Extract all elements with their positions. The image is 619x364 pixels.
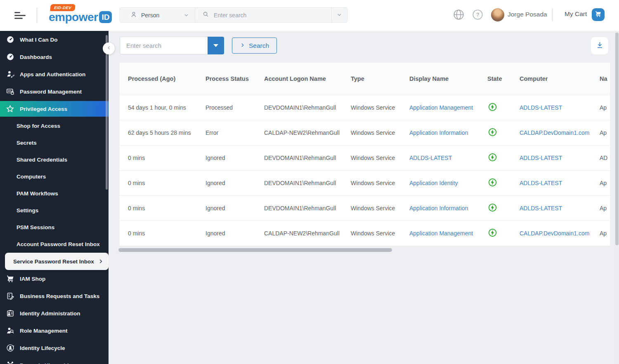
person-icon — [130, 11, 137, 19]
cell-process-status: Ignored — [197, 205, 256, 211]
search-options-dropdown[interactable] — [331, 8, 347, 22]
sidebar-item-dashboards[interactable]: Dashboards — [0, 48, 109, 66]
sidebar-item-label: Dashboards — [20, 54, 52, 60]
sidebar-item-label: PAM Workflows — [17, 190, 58, 197]
sidebar-item-pam-workflows[interactable]: PAM Workflows — [0, 185, 109, 202]
display-name-link[interactable]: Application Information — [409, 129, 468, 136]
user-avatar[interactable] — [491, 8, 504, 21]
cell-state — [479, 128, 511, 138]
sidebar-item-label: Identity Lifecycle — [20, 345, 65, 351]
cell-type: Windows Service — [343, 180, 401, 186]
cart-button[interactable] — [592, 8, 605, 21]
language-globe-icon[interactable] — [453, 9, 464, 20]
display-name-link[interactable]: Application Management — [409, 230, 473, 237]
sidebar-item-apps-and-authentication[interactable]: Apps and Authentication — [0, 66, 109, 83]
sidebar-item-label: PSM Sessions — [17, 224, 54, 230]
page-scrollbar-thumb[interactable] — [615, 33, 619, 245]
table-row: 62 days 5 hours 28 minsErrorCALDAP-NEW2\… — [120, 120, 610, 145]
chevron-left-icon — [106, 45, 112, 52]
column-header-display-name[interactable]: Display Name — [401, 75, 479, 82]
cell-type: Windows Service — [343, 230, 401, 237]
cell-state — [479, 228, 511, 238]
column-header-account-logon-name[interactable]: Account Logon Name — [256, 75, 343, 82]
sidebar-item-business-requests-and-tasks[interactable]: Business Requests and Tasks — [0, 287, 109, 305]
sidebar-item-account-password-reset-inbox[interactable]: Account Password Reset Inbox — [0, 236, 109, 253]
cell-account-logon-name: DEVDOMAIN1\RehmanGull — [256, 205, 343, 211]
brand-logo: EID-DEV empower ID — [49, 3, 112, 23]
sidebar-item-shop-for-access[interactable]: Shop for Access — [0, 117, 109, 134]
cell-display-name: Application Identity — [401, 180, 479, 186]
sidebar-item-role-management[interactable]: Role Management — [0, 322, 109, 339]
sidebar-item-service-password-reset-inbox[interactable]: Service Password Reset Inbox — [5, 253, 109, 270]
sidebar-item-what-i-can-do[interactable]: What I Can Do — [0, 31, 109, 48]
cell-display-name: Application Management — [401, 230, 479, 237]
search-icon — [203, 11, 209, 19]
column-header-process-status[interactable]: Process Status — [197, 75, 256, 82]
cell-computer: ADLDS-LATEST — [511, 180, 591, 186]
column-header-computer[interactable]: Computer — [511, 75, 591, 82]
cell-processed-ago: 0 mins — [120, 180, 197, 186]
column-header-na[interactable]: Na — [591, 75, 610, 82]
cell-process-status: Ignored — [197, 180, 256, 186]
sidebar-item-label: Password Management — [20, 89, 82, 95]
sidebar-item-privileged-access[interactable]: Privileged Access — [0, 101, 109, 117]
export-download-button[interactable] — [591, 37, 608, 54]
header-divider — [36, 7, 38, 23]
sidebar-item-shared-credentials[interactable]: Shared Credentials — [0, 151, 109, 168]
sidebar-scrollbar[interactable] — [106, 35, 108, 190]
sidebar-item-label: Shop for Access — [17, 123, 60, 129]
user-cycle-icon — [6, 344, 14, 352]
table-horizontal-scrollbar[interactable] — [118, 248, 392, 252]
cell-display-name: ADLDS-LATEST — [401, 155, 479, 161]
computer-link[interactable]: CALDAP.DevDomain1.com — [520, 129, 589, 136]
computer-link[interactable]: ADLDS-LATEST — [520, 104, 562, 111]
sidebar-item-settings[interactable]: Settings — [0, 202, 109, 219]
sidebar-item-password-management[interactable]: Password Management — [0, 83, 109, 100]
column-header-processed-ago[interactable]: Processed (Ago) — [120, 75, 197, 82]
global-search-input[interactable] — [213, 12, 308, 19]
global-search-field[interactable] — [195, 8, 331, 22]
search-button[interactable]: Search — [232, 38, 277, 54]
sidebar-item-label: Business Requests and Tasks — [20, 293, 99, 299]
sidebar-item-psm-sessions[interactable]: PSM Sessions — [0, 219, 109, 236]
search-scope-dropdown[interactable]: Person — [120, 8, 195, 22]
cart-icon — [6, 275, 14, 283]
sidebar-item-identity-lifecycle[interactable]: Identity Lifecycle — [0, 339, 109, 357]
display-name-link[interactable]: Application Management — [409, 104, 473, 111]
search-filter-dropdown-button[interactable] — [208, 37, 224, 54]
sidebar-collapse-button[interactable] — [103, 42, 115, 54]
computer-link[interactable]: ADLDS-LATEST — [520, 180, 562, 186]
sidebar-item-iam-shop[interactable]: IAM Shop — [0, 270, 109, 287]
help-icon[interactable]: ? — [472, 9, 483, 20]
column-header-type[interactable]: Type — [343, 75, 401, 82]
sidebar-item-label: Privileged Access — [20, 106, 67, 112]
menu-toggle-icon[interactable] — [14, 12, 26, 19]
cell-display-name: Application Information — [401, 205, 479, 211]
hierarchy-icon — [6, 361, 14, 364]
search-button-label: Search — [249, 42, 269, 49]
sidebar-item-identity-administration[interactable]: Identity Administration — [0, 305, 109, 322]
cell-processed-ago: 0 mins — [120, 205, 197, 211]
chevron-down-icon — [337, 12, 342, 19]
chevron-down-icon — [184, 12, 189, 18]
sidebar-item-dynamic-hierarchies[interactable]: Dynamic Hierarchies — [0, 357, 109, 364]
column-header-state[interactable]: State — [479, 75, 511, 82]
cell-type: Windows Service — [343, 104, 401, 111]
cell-computer: CALDAP.DevDomain1.com — [511, 129, 591, 136]
sidebar-item-label: Service Password Reset Inbox — [13, 258, 94, 265]
cell-account-logon-name: DEVDOMAIN1\RehmanGull — [256, 180, 343, 186]
user-name[interactable]: Jorge Posada — [508, 11, 547, 18]
sidebar-item-computers[interactable]: Computers — [0, 168, 109, 185]
display-name-link[interactable]: Application Identity — [409, 180, 458, 186]
display-name-link[interactable]: ADLDS-LATEST — [409, 155, 452, 161]
sidebar-item-secrets[interactable]: Secrets — [0, 134, 109, 151]
user-key-icon — [6, 70, 14, 79]
sidebar-item-label: Settings — [17, 207, 38, 214]
computer-link[interactable]: ADLDS-LATEST — [520, 155, 562, 161]
grid-search-input[interactable] — [120, 37, 208, 54]
computer-link[interactable]: CALDAP.DevDomain1.com — [520, 230, 589, 237]
my-cart-label[interactable]: My Cart — [565, 10, 587, 18]
display-name-link[interactable]: Application Information — [409, 205, 468, 211]
computer-link[interactable]: ADLDS-LATEST — [520, 205, 562, 211]
brand-name: empower — [49, 12, 98, 23]
